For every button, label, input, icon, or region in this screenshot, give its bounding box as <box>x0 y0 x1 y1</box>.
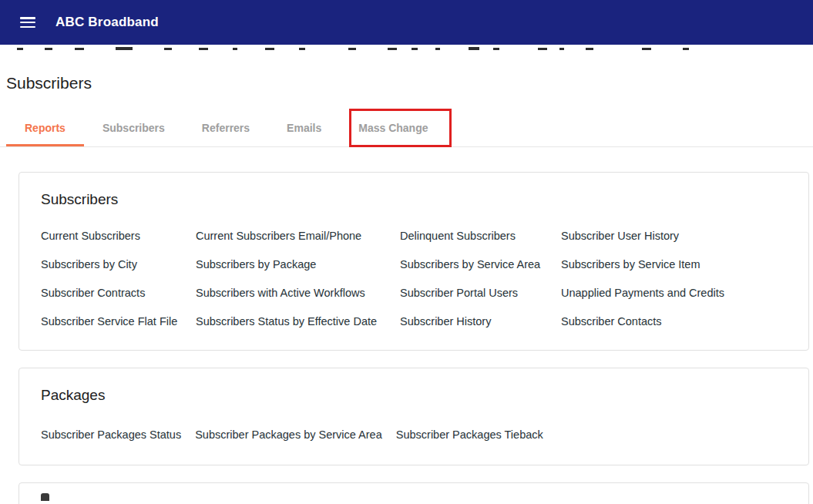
page-title: Subscribers <box>6 74 813 92</box>
clipped-card-title <box>41 493 49 501</box>
report-link[interactable]: Subscriber Portal Users <box>400 285 561 301</box>
report-link[interactable]: Subscribers by Service Item <box>561 257 787 273</box>
tab-mass-change[interactable]: Mass Change <box>340 109 446 146</box>
report-link[interactable]: Unapplied Payments and Credits <box>561 285 787 301</box>
report-link[interactable]: Subscriber Service Flat File <box>41 314 196 330</box>
report-link[interactable]: Subscriber Packages Status <box>41 427 181 443</box>
card-title-packages: Packages <box>19 368 808 413</box>
report-link[interactable]: Subscriber Contacts <box>561 314 787 330</box>
tab-referrers[interactable]: Referrers <box>183 109 268 146</box>
tab-label: Reports <box>25 122 66 134</box>
hamburger-menu-icon[interactable] <box>20 17 35 28</box>
tab-subscribers[interactable]: Subscribers <box>84 109 183 146</box>
subscribers-reports-card: Subscribers Current Subscribers Current … <box>18 172 809 351</box>
reports-content: Subscribers Current Subscribers Current … <box>0 172 813 504</box>
clipped-next-card <box>18 482 809 504</box>
report-link[interactable]: Subscriber Packages by Service Area <box>195 427 382 443</box>
report-link[interactable]: Subscribers Status by Effective Date <box>196 314 400 330</box>
report-link[interactable]: Delinquent Subscribers <box>400 228 561 244</box>
report-link[interactable]: Current Subscribers Email/Phone <box>196 228 400 244</box>
packages-reports-card: Packages Subscriber Packages Status Subs… <box>18 368 809 465</box>
report-link[interactable]: Current Subscribers <box>41 228 196 244</box>
clipped-toolbar-row <box>0 45 813 52</box>
tab-emails[interactable]: Emails <box>268 109 340 146</box>
report-link[interactable]: Subscribers by Service Area <box>400 257 561 273</box>
report-link[interactable]: Subscriber User History <box>561 228 787 244</box>
report-link[interactable]: Subscriber History <box>400 314 561 330</box>
report-link[interactable]: Subscribers with Active Workflows <box>196 285 400 301</box>
subscribers-report-links: Current Subscribers Current Subscribers … <box>19 217 808 350</box>
report-link[interactable]: Subscriber Contracts <box>41 285 196 301</box>
tab-label: Mass Change <box>358 122 428 134</box>
report-link[interactable]: Subscribers by Package <box>196 257 400 273</box>
tab-reports[interactable]: Reports <box>6 109 84 146</box>
report-link[interactable]: Subscriber Packages Tieback <box>396 427 543 443</box>
packages-report-links: Subscriber Packages Status Subscriber Pa… <box>19 413 808 465</box>
card-title-subscribers: Subscribers <box>19 173 808 217</box>
app-title: ABC Broadband <box>55 15 159 30</box>
tab-label: Subscribers <box>102 122 165 134</box>
tab-label: Referrers <box>202 122 250 134</box>
app-bar: ABC Broadband <box>0 0 813 45</box>
report-link[interactable]: Subscribers by City <box>41 257 196 273</box>
tab-label: Emails <box>287 122 321 134</box>
tab-bar: Reports Subscribers Referrers Emails Mas… <box>0 109 813 147</box>
